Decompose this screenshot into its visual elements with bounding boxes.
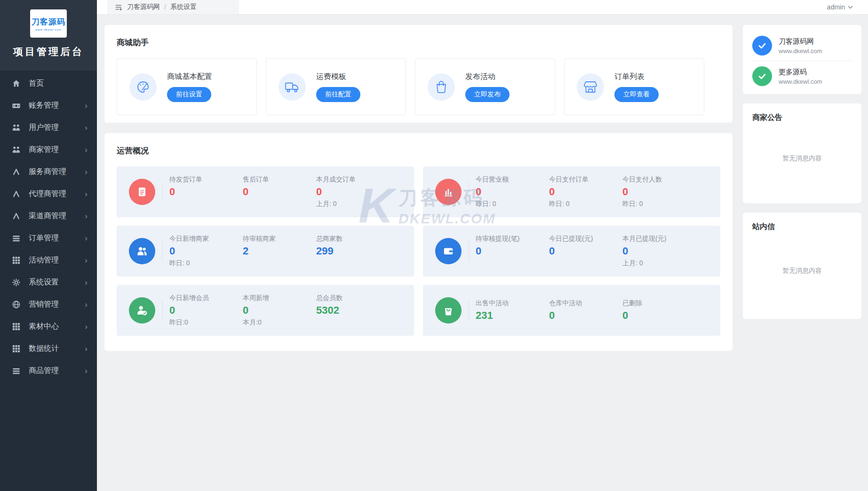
go-to-settings-button[interactable]: 前往设置: [167, 87, 211, 102]
bag-icon: [428, 73, 455, 101]
check-icon: [752, 66, 772, 86]
sidebar-item-label: 商家管理: [29, 145, 85, 155]
bar-chart-icon: [435, 179, 462, 205]
globe-icon: [11, 300, 21, 309]
chevron-right-icon: ›: [85, 212, 88, 220]
stat-week-new-members: 本周新增 0 本月:0: [243, 294, 316, 327]
stat-pending-review-merchants: 待审核商家 2: [243, 235, 316, 257]
stat-today-new-members: 今日新增会员 0 昨日:0: [169, 294, 243, 327]
link-item-more-source[interactable]: 更多源码 www.dkewl.com: [751, 63, 853, 89]
chevron-right-icon: ›: [85, 124, 88, 132]
list-icon: [11, 234, 21, 243]
assistant-card-freight-template: 运费模板 前往配置: [266, 58, 406, 115]
breadcrumb-current[interactable]: 系统设置: [170, 3, 197, 11]
list-icon: [11, 366, 21, 376]
sidebar-item-label: 营销管理: [29, 300, 85, 309]
assistant-card-text: 订单列表 立即查看: [614, 72, 659, 102]
stat-panel-revenue: 今日营业额 0 昨日: 0 今日支付订单 0 昨日: 0 今日支付人数: [423, 166, 720, 217]
sidebar-item-label: 账务管理: [29, 101, 85, 111]
app: 刀客源码 www.dkewl.com 项目管理后台 首页 账务管理 › 用户管理…: [0, 0, 868, 491]
stat-panel-merchants: 今日新增商家 0 昨日: 0 待审核商家 2 总商家数: [117, 226, 414, 277]
truck-icon: [279, 73, 306, 101]
sidebar-item-activities[interactable]: 活动管理 ›: [0, 249, 97, 271]
mall-assistant-section: 商城助手 商城基本配置 前往设置 运费模板 前往配置: [104, 25, 733, 123]
sidebar-item-marketing[interactable]: 营销管理 ›: [0, 293, 97, 316]
assistant-card-text: 发布活动 立即发布: [465, 72, 510, 102]
sidebar-item-agents[interactable]: 代理商管理 ›: [0, 183, 97, 205]
sidebar-item-materials[interactable]: 素材中心 ›: [0, 316, 97, 338]
stat-group: 今日营业额 0 昨日: 0 今日支付订单 0 昨日: 0 今日支付人数: [476, 175, 696, 208]
site-mail-card: 站内信 暂无消息内容: [743, 213, 861, 319]
stat-group: 今日新增商家 0 昨日: 0 待审核商家 2 总商家数: [169, 235, 390, 268]
link-title: 更多源码: [779, 68, 822, 77]
grid-icon: [11, 322, 21, 332]
sidebar-item-finance[interactable]: 账务管理 ›: [0, 95, 97, 117]
section-title-overview: 运营概况: [117, 145, 720, 156]
stat-month-withdrawn: 本月已提现(元) 0 上月: 0: [622, 235, 696, 268]
chevron-right-icon: ›: [85, 102, 88, 110]
links-card: 刀客源码网 www.dkewl.com 更多源码 www.dkewl.com: [743, 25, 861, 94]
link-title: 刀客源码网: [779, 37, 822, 46]
sidebar: 刀客源码 www.dkewl.com 项目管理后台 首页 账务管理 › 用户管理…: [0, 0, 97, 491]
publish-now-button[interactable]: 立即发布: [465, 87, 510, 102]
logo-text: 刀客源码: [32, 16, 65, 27]
sidebar-item-orders[interactable]: 订单管理 ›: [0, 227, 97, 249]
chevron-right-icon: ›: [85, 367, 88, 375]
stat-total-members: 总会员数 5302: [316, 294, 390, 317]
chevron-right-icon: ›: [85, 168, 88, 176]
view-now-button[interactable]: 立即查看: [614, 87, 659, 102]
assistant-card-shop-config: 商城基本配置 前往设置: [117, 58, 257, 115]
divider: [162, 182, 163, 202]
member-check-icon: [129, 297, 155, 324]
stat-today-paid-orders: 今日支付订单 0 昨日: 0: [549, 175, 622, 208]
sidebar-item-settings[interactable]: 系统设置 ›: [0, 271, 97, 293]
main-column: 商城助手 商城基本配置 前往设置 运费模板 前往配置: [104, 25, 733, 351]
link-item-dkewl[interactable]: 刀客源码网 www.dkewl.com: [751, 32, 853, 59]
shopping-bag-icon: [435, 297, 462, 324]
home-icon: [11, 79, 21, 88]
sidebar-item-label: 代理商管理: [29, 189, 85, 199]
stat-group: 今日新增会员 0 昨日:0 本周新增 0 本月:0 总会员数: [169, 294, 390, 327]
right-column: 刀客源码网 www.dkewl.com 更多源码 www.dkewl.com 商…: [743, 25, 861, 328]
person-network-icon: [11, 167, 21, 177]
go-to-configure-button[interactable]: 前往配置: [316, 87, 360, 102]
stat-in-warehouse-activities: 仓库中活动 0: [549, 299, 622, 322]
sidebar-item-label: 首页: [29, 79, 88, 88]
banknote-icon: [11, 101, 21, 111]
username: admin: [827, 3, 845, 11]
chevron-right-icon: ›: [85, 345, 88, 353]
merchant-notice-card: 商家公告 暂无消息内容: [743, 103, 861, 203]
breadcrumb-home[interactable]: 刀客源码网: [127, 3, 160, 11]
divider: [469, 300, 469, 321]
sidebar-item-products[interactable]: 商品管理 ›: [0, 360, 97, 382]
mail-title: 站内信: [752, 222, 852, 232]
assistant-cards: 商城基本配置 前往设置 运费模板 前往配置: [117, 58, 720, 115]
sidebar-menu: 首页 账务管理 › 用户管理 › 商家管理 › 服务商管理 ›: [0, 71, 97, 382]
assistant-card-order-list: 订单列表 立即查看: [564, 58, 704, 115]
sidebar-item-users[interactable]: 用户管理 ›: [0, 117, 97, 139]
sidebar-item-label: 渠道商管理: [29, 211, 85, 221]
logo-subtext: www.dkewl.com: [35, 28, 62, 31]
assistant-card-label: 发布活动: [465, 72, 510, 82]
sidebar-item-statistics[interactable]: 数据统计 ›: [0, 338, 97, 360]
chevron-right-icon: ›: [85, 190, 88, 198]
topbar: 刀客源码网 / 系统设置 admin: [97, 0, 868, 15]
logo[interactable]: 刀客源码 www.dkewl.com: [30, 9, 67, 38]
assistant-card-text: 商城基本配置 前往设置: [167, 72, 212, 102]
stat-deleted-activities: 已删除 0: [622, 299, 696, 322]
app-title: 项目管理后台: [0, 45, 97, 58]
chevron-right-icon: ›: [85, 256, 88, 264]
sidebar-item-channels[interactable]: 渠道商管理 ›: [0, 205, 97, 227]
content: 商城助手 商城基本配置 前往设置 运费模板 前往配置: [97, 14, 868, 491]
sidebar-item-merchants[interactable]: 商家管理 ›: [0, 139, 97, 161]
link-url: www.dkewl.com: [779, 78, 822, 85]
chevron-right-icon: ›: [85, 301, 88, 309]
users-icon: [129, 238, 155, 264]
user-menu[interactable]: admin: [827, 3, 868, 11]
sidebar-item-service-providers[interactable]: 服务商管理 ›: [0, 161, 97, 183]
stat-pending-shipment: 待发货订单 0: [169, 175, 243, 198]
sidebar-item-home[interactable]: 首页: [0, 72, 97, 95]
link-url: www.dkewl.com: [779, 48, 822, 55]
assistant-card-label: 运费模板: [316, 72, 360, 82]
stat-today-new-merchants: 今日新增商家 0 昨日: 0: [169, 235, 243, 268]
